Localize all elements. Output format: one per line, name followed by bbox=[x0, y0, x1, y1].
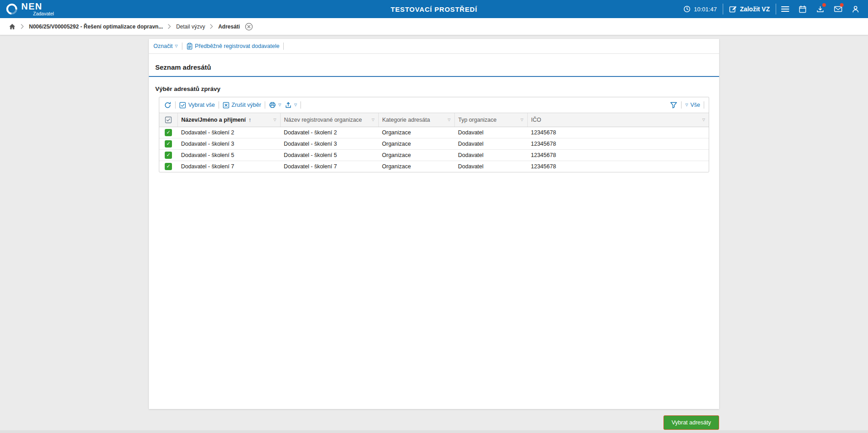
select-all-button[interactable]: Vybrat vše bbox=[179, 102, 215, 109]
separator bbox=[681, 101, 682, 109]
edit-icon bbox=[729, 5, 737, 13]
column-label: Kategorie adresáta bbox=[382, 117, 430, 123]
chevron-down-icon: ▽ bbox=[685, 103, 688, 107]
table-row[interactable]: ✓ Dodavatel - školení 3 Dodavatel - škol… bbox=[159, 138, 709, 149]
close-tab-icon[interactable] bbox=[245, 23, 253, 31]
hamburger-icon bbox=[781, 6, 789, 12]
filter-scope-dropdown[interactable]: ▽ Vše bbox=[685, 102, 700, 108]
create-vz-button[interactable]: Založit VZ bbox=[723, 5, 776, 13]
printer-icon bbox=[269, 101, 276, 109]
checkbox-cross-icon bbox=[223, 102, 229, 109]
filter-caret-icon[interactable]: ▽ bbox=[520, 118, 523, 122]
row-checkbox[interactable]: ✓ bbox=[165, 152, 172, 159]
clear-selection-label: Zrušit výběr bbox=[232, 102, 261, 108]
export-dropdown[interactable]: ▽ bbox=[285, 101, 297, 109]
session-time-value: 10:01:47 bbox=[694, 6, 717, 13]
row-checkbox[interactable]: ✓ bbox=[165, 163, 172, 170]
separator bbox=[704, 101, 704, 109]
brand-subtitle: Zadavatel bbox=[33, 11, 54, 16]
breadcrumb-item-adresati[interactable]: Adresáti bbox=[218, 24, 240, 30]
column-header-category[interactable]: Kategorie adresáta ▽ bbox=[378, 113, 454, 127]
notification-badge bbox=[840, 3, 844, 7]
breadcrumb-item-procurement[interactable]: N006/25/V00005292 - Řešení optimalizace … bbox=[29, 24, 163, 30]
grid-toolbar: Vybrat vše Zrušit výběr ▽ bbox=[159, 97, 709, 113]
calendar-button[interactable] bbox=[794, 0, 811, 18]
filter-caret-icon[interactable]: ▽ bbox=[702, 118, 705, 122]
separator bbox=[219, 101, 219, 109]
filter-caret-icon[interactable]: ▽ bbox=[372, 118, 374, 122]
chevron-right-icon bbox=[210, 24, 213, 29]
select-all-column-icon bbox=[165, 116, 172, 124]
chevron-right-icon bbox=[21, 24, 24, 29]
separator bbox=[265, 101, 265, 109]
print-dropdown[interactable]: ▽ bbox=[269, 101, 281, 109]
filter-caret-icon[interactable]: ▽ bbox=[448, 118, 450, 122]
column-header-name[interactable]: Název/Jméno a příjmení ↑ ▽ bbox=[177, 113, 280, 127]
environment-title: TESTOVACÍ PROSTŘEDÍ bbox=[391, 5, 477, 13]
preregister-supplier-button[interactable]: Předběžně registrovat dodavatele bbox=[186, 43, 280, 50]
notification-badge bbox=[822, 3, 826, 7]
menu-button[interactable] bbox=[776, 0, 794, 18]
chevron-down-icon: ▽ bbox=[294, 103, 297, 107]
cell-category: Organizace bbox=[378, 138, 454, 149]
check-icon: ✓ bbox=[166, 152, 170, 158]
separator bbox=[175, 101, 176, 109]
cell-category: Organizace bbox=[378, 161, 454, 172]
session-time[interactable]: 10:01:47 bbox=[677, 5, 723, 13]
filter-button[interactable] bbox=[670, 101, 677, 109]
separator bbox=[283, 43, 284, 50]
recipients-grid: Vybrat vše Zrušit výběr ▽ bbox=[159, 97, 709, 172]
cell-name: Dodavatel - školení 3 bbox=[177, 138, 280, 149]
row-checkbox[interactable]: ✓ bbox=[165, 129, 172, 136]
nen-logo[interactable]: NEN Zadavatel bbox=[6, 2, 54, 16]
section-header: Seznam adresátů bbox=[149, 54, 719, 77]
downloads-button[interactable] bbox=[811, 0, 829, 18]
table-header-row: Název/Jméno a příjmení ↑ ▽ Název registr… bbox=[159, 113, 709, 127]
breadcrumb-item-detail-vyzvy[interactable]: Detail výzvy bbox=[176, 24, 205, 30]
page-title: Seznam adresátů bbox=[155, 63, 713, 71]
chevron-down-icon: ▽ bbox=[175, 44, 177, 48]
topbar-actions: 10:01:47 Založit VZ bbox=[677, 0, 864, 18]
table-row[interactable]: ✓ Dodavatel - školení 5 Dodavatel - škol… bbox=[159, 149, 709, 161]
home-icon[interactable] bbox=[9, 23, 16, 30]
clear-selection-button[interactable]: Zrušit výběr bbox=[223, 102, 261, 109]
column-header-org-type[interactable]: Typ organizace ▽ bbox=[454, 113, 527, 127]
refresh-button[interactable] bbox=[164, 101, 172, 109]
row-checkbox[interactable]: ✓ bbox=[165, 140, 172, 148]
check-icon: ✓ bbox=[166, 141, 170, 147]
filter-caret-icon[interactable]: ▽ bbox=[273, 118, 276, 122]
checkbox-checked-icon bbox=[179, 102, 186, 109]
create-vz-label: Založit VZ bbox=[740, 5, 770, 13]
column-header-select[interactable] bbox=[159, 113, 177, 127]
profile-button[interactable] bbox=[847, 0, 864, 18]
row-select-cell: ✓ bbox=[159, 149, 177, 161]
column-label: Název/Jméno a příjmení bbox=[181, 117, 246, 123]
topbar: NEN Zadavatel TESTOVACÍ PROSTŘEDÍ 10:01:… bbox=[0, 0, 868, 18]
export-icon bbox=[285, 101, 292, 109]
column-header-registered-org[interactable]: Název registrované organizace ▽ bbox=[280, 113, 378, 127]
cell-org-type: Dodavatel bbox=[454, 127, 527, 138]
brand-name: NEN bbox=[21, 2, 54, 11]
messages-button[interactable] bbox=[829, 0, 847, 18]
cell-ico: 12345678 bbox=[527, 127, 709, 138]
cell-name: Dodavatel - školení 5 bbox=[177, 149, 280, 161]
cell-registered-org: Dodavatel - školení 7 bbox=[280, 161, 378, 172]
cell-category: Organizace bbox=[378, 127, 454, 138]
cell-registered-org: Dodavatel - školení 5 bbox=[280, 149, 378, 161]
recipients-table: Název/Jméno a příjmení ↑ ▽ Název registr… bbox=[159, 113, 709, 172]
column-label: Typ organizace bbox=[458, 117, 497, 123]
panel-toolbar: Označit ▽ Předběžně registrovat dodavate… bbox=[149, 39, 719, 54]
select-recipients-button[interactable]: Vybrat adresáty bbox=[663, 415, 719, 430]
column-label: IČO bbox=[531, 117, 541, 123]
cell-ico: 12345678 bbox=[527, 138, 709, 149]
cell-registered-org: Dodavatel - školení 2 bbox=[280, 127, 378, 138]
mark-dropdown[interactable]: Označit ▽ bbox=[153, 43, 178, 49]
person-icon bbox=[852, 5, 859, 13]
column-header-ico[interactable]: IČO ▽ bbox=[527, 113, 709, 127]
cell-ico: 12345678 bbox=[527, 149, 709, 161]
filter-scope-label: Vše bbox=[690, 102, 700, 108]
cell-org-type: Dodavatel bbox=[454, 138, 527, 149]
column-label: Název registrované organizace bbox=[284, 117, 362, 123]
table-row[interactable]: ✓ Dodavatel - školení 2 Dodavatel - škol… bbox=[159, 127, 709, 138]
table-row[interactable]: ✓ Dodavatel - školení 7 Dodavatel - škol… bbox=[159, 161, 709, 172]
